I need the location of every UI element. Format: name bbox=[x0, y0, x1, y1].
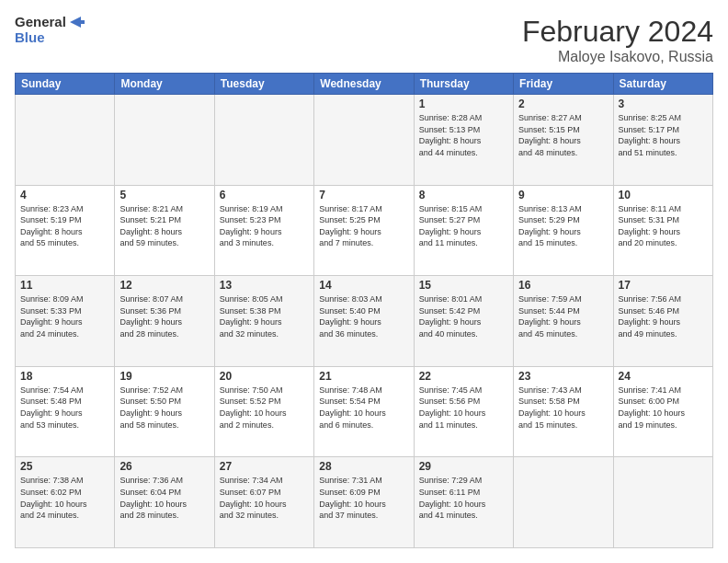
day-number: 28 bbox=[319, 460, 408, 473]
title-block: February 2024 Maloye Isakovo, Russia bbox=[522, 15, 713, 65]
week-row-1: 4Sunrise: 8:23 AM Sunset: 5:19 PM Daylig… bbox=[16, 185, 713, 276]
day-number: 5 bbox=[119, 189, 209, 201]
day-number: 9 bbox=[518, 189, 608, 201]
table-cell bbox=[613, 457, 712, 548]
day-info: Sunrise: 8:03 AM Sunset: 5:40 PM Dayligh… bbox=[319, 293, 408, 339]
table-cell: 14Sunrise: 8:03 AM Sunset: 5:40 PM Dayli… bbox=[314, 276, 414, 367]
day-number: 19 bbox=[119, 370, 209, 383]
day-info: Sunrise: 7:52 AM Sunset: 5:50 PM Dayligh… bbox=[119, 385, 209, 431]
day-number: 27 bbox=[220, 460, 309, 473]
day-info: Sunrise: 7:34 AM Sunset: 6:07 PM Dayligh… bbox=[220, 475, 309, 521]
table-cell: 7Sunrise: 8:17 AM Sunset: 5:25 PM Daylig… bbox=[314, 185, 414, 276]
day-info: Sunrise: 8:07 AM Sunset: 5:36 PM Dayligh… bbox=[119, 293, 209, 339]
header: General Blue February 2024 Maloye Isakov… bbox=[15, 15, 713, 65]
table-cell bbox=[214, 95, 313, 186]
table-cell: 18Sunrise: 7:54 AM Sunset: 5:48 PM Dayli… bbox=[16, 366, 115, 457]
table-cell: 9Sunrise: 8:13 AM Sunset: 5:29 PM Daylig… bbox=[514, 185, 613, 276]
table-cell: 26Sunrise: 7:36 AM Sunset: 6:04 PM Dayli… bbox=[115, 457, 214, 548]
day-number: 4 bbox=[20, 189, 109, 201]
logo-general: General bbox=[15, 15, 66, 30]
table-cell: 6Sunrise: 8:19 AM Sunset: 5:23 PM Daylig… bbox=[214, 185, 313, 276]
table-cell: 1Sunrise: 8:28 AM Sunset: 5:13 PM Daylig… bbox=[414, 95, 513, 186]
table-cell bbox=[16, 95, 115, 186]
logo: General Blue bbox=[15, 15, 85, 45]
day-info: Sunrise: 8:13 AM Sunset: 5:29 PM Dayligh… bbox=[518, 203, 608, 249]
day-number: 6 bbox=[220, 189, 309, 201]
day-info: Sunrise: 8:15 AM Sunset: 5:27 PM Dayligh… bbox=[419, 203, 508, 249]
day-number: 12 bbox=[119, 279, 209, 292]
table-cell: 3Sunrise: 8:25 AM Sunset: 5:17 PM Daylig… bbox=[613, 95, 712, 186]
logo-blue: Blue bbox=[15, 30, 85, 46]
calendar-header-row: Sunday Monday Tuesday Wednesday Thursday… bbox=[16, 74, 713, 95]
day-info: Sunrise: 8:28 AM Sunset: 5:13 PM Dayligh… bbox=[419, 112, 508, 158]
logo-graphic: General Blue bbox=[15, 15, 85, 45]
calendar-table: Sunday Monday Tuesday Wednesday Thursday… bbox=[15, 73, 713, 548]
day-info: Sunrise: 8:27 AM Sunset: 5:15 PM Dayligh… bbox=[518, 112, 608, 158]
table-cell: 27Sunrise: 7:34 AM Sunset: 6:07 PM Dayli… bbox=[214, 457, 313, 548]
day-info: Sunrise: 8:05 AM Sunset: 5:38 PM Dayligh… bbox=[220, 293, 309, 339]
day-info: Sunrise: 8:09 AM Sunset: 5:33 PM Dayligh… bbox=[20, 293, 109, 339]
col-saturday: Saturday bbox=[613, 74, 712, 95]
day-info: Sunrise: 7:29 AM Sunset: 6:11 PM Dayligh… bbox=[419, 475, 508, 521]
day-info: Sunrise: 7:59 AM Sunset: 5:44 PM Dayligh… bbox=[518, 293, 608, 339]
day-info: Sunrise: 8:25 AM Sunset: 5:17 PM Dayligh… bbox=[619, 112, 708, 158]
day-info: Sunrise: 7:36 AM Sunset: 6:04 PM Dayligh… bbox=[119, 475, 209, 521]
day-number: 2 bbox=[518, 98, 608, 110]
table-cell bbox=[514, 457, 613, 548]
day-number: 10 bbox=[619, 189, 708, 201]
table-cell: 4Sunrise: 8:23 AM Sunset: 5:19 PM Daylig… bbox=[16, 185, 115, 276]
day-number: 3 bbox=[619, 98, 708, 110]
col-monday: Monday bbox=[115, 74, 214, 95]
day-info: Sunrise: 8:17 AM Sunset: 5:25 PM Dayligh… bbox=[319, 203, 408, 249]
day-number: 1 bbox=[419, 98, 508, 110]
table-cell: 29Sunrise: 7:29 AM Sunset: 6:11 PM Dayli… bbox=[414, 457, 513, 548]
table-cell: 25Sunrise: 7:38 AM Sunset: 6:02 PM Dayli… bbox=[16, 457, 115, 548]
day-number: 29 bbox=[419, 460, 508, 473]
day-info: Sunrise: 7:48 AM Sunset: 5:54 PM Dayligh… bbox=[319, 385, 408, 431]
table-cell: 12Sunrise: 8:07 AM Sunset: 5:36 PM Dayli… bbox=[115, 276, 214, 367]
day-info: Sunrise: 7:31 AM Sunset: 6:09 PM Dayligh… bbox=[319, 475, 408, 521]
table-cell: 19Sunrise: 7:52 AM Sunset: 5:50 PM Dayli… bbox=[115, 366, 214, 457]
page: General Blue February 2024 Maloye Isakov… bbox=[0, 0, 728, 563]
day-number: 21 bbox=[319, 370, 408, 383]
day-number: 17 bbox=[619, 279, 708, 292]
table-cell: 10Sunrise: 8:11 AM Sunset: 5:31 PM Dayli… bbox=[613, 185, 712, 276]
day-info: Sunrise: 8:11 AM Sunset: 5:31 PM Dayligh… bbox=[619, 203, 708, 249]
table-cell: 24Sunrise: 7:41 AM Sunset: 6:00 PM Dayli… bbox=[613, 366, 712, 457]
week-row-3: 18Sunrise: 7:54 AM Sunset: 5:48 PM Dayli… bbox=[16, 366, 713, 457]
day-number: 18 bbox=[20, 370, 109, 383]
col-sunday: Sunday bbox=[16, 74, 115, 95]
logo-arrow-icon bbox=[68, 15, 85, 29]
day-number: 20 bbox=[220, 370, 309, 383]
table-cell: 22Sunrise: 7:45 AM Sunset: 5:56 PM Dayli… bbox=[414, 366, 513, 457]
day-number: 23 bbox=[518, 370, 608, 383]
table-cell: 5Sunrise: 8:21 AM Sunset: 5:21 PM Daylig… bbox=[115, 185, 214, 276]
table-cell: 23Sunrise: 7:43 AM Sunset: 5:58 PM Dayli… bbox=[514, 366, 613, 457]
day-number: 22 bbox=[419, 370, 508, 383]
day-number: 15 bbox=[419, 279, 508, 292]
table-cell: 21Sunrise: 7:48 AM Sunset: 5:54 PM Dayli… bbox=[314, 366, 414, 457]
table-cell bbox=[314, 95, 414, 186]
week-row-0: 1Sunrise: 8:28 AM Sunset: 5:13 PM Daylig… bbox=[16, 95, 713, 186]
day-number: 8 bbox=[419, 189, 508, 201]
day-number: 11 bbox=[20, 279, 109, 292]
table-cell: 8Sunrise: 8:15 AM Sunset: 5:27 PM Daylig… bbox=[414, 185, 513, 276]
day-number: 26 bbox=[119, 460, 209, 473]
table-cell: 28Sunrise: 7:31 AM Sunset: 6:09 PM Dayli… bbox=[314, 457, 414, 548]
week-row-2: 11Sunrise: 8:09 AM Sunset: 5:33 PM Dayli… bbox=[16, 276, 713, 367]
main-title: February 2024 bbox=[522, 15, 713, 49]
table-cell: 2Sunrise: 8:27 AM Sunset: 5:15 PM Daylig… bbox=[514, 95, 613, 186]
svg-marker-0 bbox=[70, 17, 85, 28]
table-cell: 17Sunrise: 7:56 AM Sunset: 5:46 PM Dayli… bbox=[613, 276, 712, 367]
day-number: 25 bbox=[20, 460, 109, 473]
col-tuesday: Tuesday bbox=[214, 74, 313, 95]
table-cell: 20Sunrise: 7:50 AM Sunset: 5:52 PM Dayli… bbox=[214, 366, 313, 457]
day-info: Sunrise: 7:43 AM Sunset: 5:58 PM Dayligh… bbox=[518, 385, 608, 431]
day-info: Sunrise: 7:41 AM Sunset: 6:00 PM Dayligh… bbox=[619, 385, 708, 431]
day-number: 13 bbox=[220, 279, 309, 292]
day-info: Sunrise: 7:50 AM Sunset: 5:52 PM Dayligh… bbox=[220, 385, 309, 431]
day-number: 7 bbox=[319, 189, 408, 201]
col-wednesday: Wednesday bbox=[314, 74, 414, 95]
day-info: Sunrise: 7:56 AM Sunset: 5:46 PM Dayligh… bbox=[619, 293, 708, 339]
day-info: Sunrise: 8:01 AM Sunset: 5:42 PM Dayligh… bbox=[419, 293, 508, 339]
